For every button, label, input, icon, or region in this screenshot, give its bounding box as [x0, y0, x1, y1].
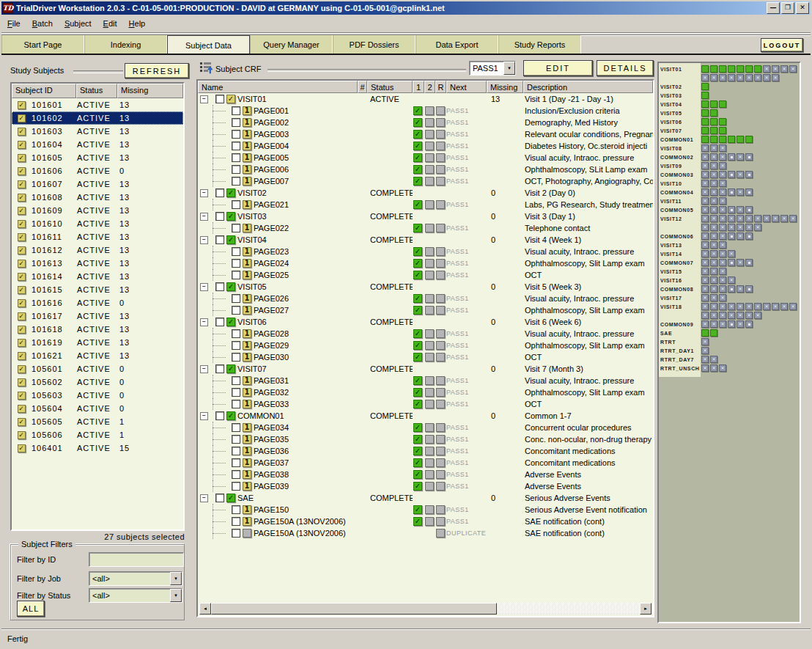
matrix-page-done-icon[interactable] [745, 65, 753, 73]
matrix-page-missing-icon[interactable]: ✕ [701, 303, 709, 310]
tree-collapse-icon[interactable]: − [200, 283, 208, 291]
menu-file[interactable]: File [1, 17, 26, 30]
page-checkbox[interactable] [232, 130, 240, 139]
matrix-page-optional-icon[interactable] [745, 259, 753, 266]
page-row[interactable]: 1PAGE039✓PASS1Adverse Events [198, 480, 653, 492]
col-missing[interactable]: Missing [487, 81, 523, 93]
matrix-page-optional-icon[interactable] [728, 188, 735, 196]
tree-collapse-icon[interactable]: − [200, 365, 208, 373]
visit-checkbox[interactable] [215, 364, 224, 373]
page-checkbox[interactable] [232, 482, 240, 491]
subject-row[interactable]: ✓101609ACTIVE13 [12, 204, 183, 217]
matrix-page-missing-icon[interactable]: ✕ [710, 259, 717, 266]
page-row[interactable]: 1PAGE035✓PASS1Conc. non-ocular, non-drug… [198, 433, 653, 445]
subject-row[interactable]: ✓105603ACTIVE0 [12, 389, 183, 402]
page-row[interactable]: 1PAGE028✓PASS1Visual acuity, Intraoc. pr… [198, 328, 653, 340]
matrix-page-missing-icon[interactable]: ✕ [737, 224, 744, 231]
matrix-page-done-icon[interactable] [701, 83, 709, 90]
matrix-page-missing-icon[interactable]: ✕ [789, 303, 797, 310]
logout-button[interactable]: LOGOUT [761, 38, 803, 52]
minimize-button[interactable]: — [767, 2, 780, 14]
filter-status-select[interactable]: <all> ▼ [89, 588, 182, 603]
page-checkbox[interactable] [232, 200, 240, 209]
matrix-page-missing-icon[interactable]: ✕ [701, 320, 709, 328]
matrix-page-missing-icon[interactable]: ✕ [719, 206, 726, 213]
matrix-page-missing-icon[interactable]: ✕ [719, 215, 726, 222]
matrix-page-missing-icon[interactable]: ✕ [719, 268, 726, 275]
tab-pdf-dossiers[interactable]: PDF Dossiers [333, 35, 416, 54]
matrix-page-missing-icon[interactable]: ✕ [701, 338, 709, 345]
matrix-page-missing-icon[interactable]: ✕ [737, 153, 744, 161]
page-checkbox[interactable] [232, 142, 240, 150]
matrix-page-missing-icon[interactable]: ✕ [754, 224, 761, 231]
matrix-page-missing-icon[interactable]: ✕ [710, 241, 717, 249]
tab-start-page[interactable]: Start Page [1, 35, 84, 54]
page-checkbox[interactable] [232, 435, 240, 444]
matrix-page-missing-icon[interactable]: ✕ [701, 215, 709, 222]
col-status[interactable]: Status [367, 81, 413, 93]
matrix-page-missing-icon[interactable]: ✕ [728, 224, 735, 231]
page-row[interactable]: 1PAGE031✓PASS1Visual acuity, Intraoc. pr… [198, 375, 653, 386]
page-checkbox[interactable] [232, 341, 240, 350]
matrix-page-missing-icon[interactable]: ✕ [710, 312, 717, 319]
matrix-page-done-icon[interactable] [737, 136, 744, 143]
matrix-page-missing-icon[interactable]: ✕ [719, 294, 726, 301]
page-row[interactable]: 1PAGE036✓PASS1Concomitant medications [198, 445, 653, 457]
visit-checkbox[interactable] [215, 95, 224, 103]
visit-checkbox[interactable] [215, 212, 224, 221]
page-checkbox[interactable] [232, 388, 240, 397]
visit-row[interactable]: −✓VISIT03COMPLETE0Visit 3 (Day 1) [198, 210, 653, 222]
visit-checkbox[interactable] [215, 188, 224, 197]
matrix-page-missing-icon[interactable]: ✕ [710, 276, 717, 284]
subject-row[interactable]: ✓101616ACTIVE0 [12, 296, 183, 309]
tab-indexing[interactable]: Indexing [84, 35, 167, 54]
pass-select[interactable]: PASS1 ▼ [469, 61, 516, 76]
matrix-page-optional-icon[interactable] [745, 232, 753, 240]
matrix-page-missing-icon[interactable]: ✕ [754, 303, 761, 310]
matrix-page-missing-icon[interactable]: ✕ [789, 215, 797, 222]
matrix-page-missing-icon[interactable]: ✕ [701, 294, 709, 301]
matrix-page-missing-icon[interactable]: ✕ [710, 232, 717, 240]
matrix-page-missing-icon[interactable]: ✕ [772, 74, 779, 81]
matrix-page-done-icon[interactable] [710, 65, 717, 73]
matrix-page-missing-icon[interactable]: ✕ [754, 74, 761, 81]
subject-row[interactable]: ✓105602ACTIVE0 [12, 375, 183, 389]
page-checkbox[interactable] [232, 447, 240, 455]
subject-row[interactable]: ✓101610ACTIVE13 [12, 217, 183, 230]
matrix-page-missing-icon[interactable]: ✕ [745, 74, 753, 81]
matrix-page-missing-icon[interactable]: ✕ [719, 276, 726, 284]
subject-row[interactable]: ✓101604ACTIVE13 [12, 138, 183, 151]
matrix-page-missing-icon[interactable]: ✕ [719, 250, 726, 257]
subject-row[interactable]: ✓101602ACTIVE13 [12, 111, 183, 125]
matrix-page-missing-icon[interactable]: ✕ [737, 285, 744, 293]
page-row[interactable]: 1PAGE021✓PASS1Labs, PG Research, Study t… [198, 199, 653, 210]
matrix-page-done-icon[interactable] [701, 118, 709, 125]
matrix-page-missing-icon[interactable]: ✕ [719, 153, 726, 161]
matrix-page-missing-icon[interactable]: ✕ [772, 215, 779, 222]
matrix-page-missing-icon[interactable]: ✕ [719, 224, 726, 231]
page-checkbox[interactable] [232, 294, 240, 303]
matrix-page-done-icon[interactable] [701, 127, 709, 134]
matrix-page-done-icon[interactable] [719, 65, 726, 73]
matrix-page-missing-icon[interactable]: ✕ [719, 232, 726, 240]
matrix-page-missing-icon[interactable]: ✕ [701, 180, 709, 187]
matrix-page-missing-icon[interactable]: ✕ [737, 206, 744, 213]
matrix-page-missing-icon[interactable]: ✕ [701, 356, 709, 363]
tab-data-export[interactable]: Data Export [416, 35, 498, 54]
tree-collapse-icon[interactable]: − [200, 213, 208, 221]
matrix-page-missing-icon[interactable]: ✕ [701, 241, 709, 249]
subject-row[interactable]: ✓101619ACTIVE13 [12, 336, 183, 349]
matrix-page-missing-icon[interactable]: ✕ [728, 215, 735, 222]
matrix-page-missing-icon[interactable]: ✕ [710, 356, 717, 363]
matrix-page-missing-icon[interactable]: ✕ [737, 320, 744, 328]
matrix-page-missing-icon[interactable]: ✕ [710, 215, 717, 222]
matrix-page-done-icon[interactable] [719, 100, 726, 108]
page-row[interactable]: 1PAGE004✓PASS1Diabetes History, Oc.stero… [198, 140, 653, 152]
matrix-page-missing-icon[interactable]: ✕ [772, 65, 779, 73]
matrix-page-missing-icon[interactable]: ✕ [763, 65, 770, 73]
matrix-page-missing-icon[interactable]: ✕ [719, 241, 726, 249]
matrix-page-missing-icon[interactable]: ✕ [710, 180, 717, 187]
tree-collapse-icon[interactable]: − [200, 494, 208, 502]
matrix-page-missing-icon[interactable]: ✕ [728, 74, 735, 81]
page-row[interactable]: 1PAGE024✓PASS1Ophthalmoscopy, Slit Lamp … [198, 257, 653, 269]
